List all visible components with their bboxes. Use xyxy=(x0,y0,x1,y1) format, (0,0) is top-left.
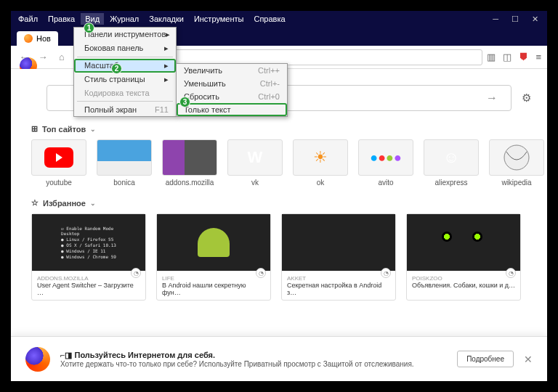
menuitem-zoom-in[interactable]: УвеличитьCtrl++ xyxy=(177,64,287,77)
menu-bookmarks[interactable]: Закладки xyxy=(145,13,188,25)
zoom-submenu: УвеличитьCtrl++ УменьшитьCtrl+- Сбросить… xyxy=(176,63,288,117)
menuitem-sidebar[interactable]: Боковая панель▸ xyxy=(74,41,176,55)
learn-more-button[interactable]: Подробнее xyxy=(457,351,514,367)
forward-button[interactable]: → xyxy=(36,52,50,62)
clock-icon: ◔ xyxy=(256,268,266,278)
menu-icon[interactable]: ≡ xyxy=(535,52,541,62)
clock-icon: ◔ xyxy=(506,268,516,278)
maximize-button[interactable]: ☐ xyxy=(512,15,519,24)
menu-history[interactable]: Журнал xyxy=(105,13,143,25)
browser-tab[interactable]: Нов xyxy=(17,31,58,46)
top-sites-grid: youtube bonica addons.mozilla Wvk ☀ok ●●… xyxy=(31,139,527,187)
settings-gear-icon[interactable]: ⚙ xyxy=(522,91,531,105)
clock-icon: ◔ xyxy=(381,268,391,278)
menuitem-zoom-reset[interactable]: СброситьCtrl+0 xyxy=(177,90,287,103)
tile-avito[interactable]: ●●●●avito xyxy=(358,139,413,187)
tab-title: Нов xyxy=(36,34,51,43)
menuitem-text-only[interactable]: Только текст xyxy=(177,103,287,116)
minimize-button[interactable]: ─ xyxy=(493,15,498,24)
firefox-favicon-icon xyxy=(24,34,33,43)
promo-heading: Пользуйтесь Интернетом для себя. xyxy=(75,351,216,359)
menu-file[interactable]: Файл xyxy=(14,13,42,25)
grid-icon: ⊞ xyxy=(31,124,38,134)
clock-icon: ◔ xyxy=(131,268,141,278)
menuitem-encoding: Кодировка текста xyxy=(74,86,176,99)
view-menu-dropdown: Панели инструментов▸ Боковая панель▸ Мас… xyxy=(73,27,177,117)
menuitem-zoom[interactable]: Масштаб▸ xyxy=(74,59,176,73)
annotation-badge-1: 1 xyxy=(84,23,94,33)
chevron-down-icon: ⌄ xyxy=(90,126,96,133)
svg-point-0 xyxy=(504,145,529,170)
annotation-badge-3: 3 xyxy=(179,97,190,107)
card-life[interactable]: ◔ LIFEВ Android нашли секретную фун… xyxy=(156,213,271,301)
home-button[interactable]: ⌂ xyxy=(54,52,69,62)
star-icon: ☆ xyxy=(31,198,39,208)
tile-vk[interactable]: Wvk xyxy=(227,139,283,187)
tile-bonica[interactable]: bonica xyxy=(97,139,152,187)
dismiss-promo-button[interactable]: ✕ xyxy=(524,354,533,365)
tile-addons[interactable]: addons.mozilla xyxy=(162,139,217,187)
chevron-down-icon: ⌄ xyxy=(90,200,96,207)
menuitem-zoom-out[interactable]: УменьшитьCtrl+- xyxy=(177,77,287,90)
favorites-label: Избранное xyxy=(43,199,86,208)
menuitem-page-style[interactable]: Стиль страницы▸ xyxy=(74,73,176,86)
menu-tools[interactable]: Инструменты xyxy=(190,13,248,25)
annotation-badge-2: 2 xyxy=(111,63,122,74)
card-akket[interactable]: ◔ AKKETСекретная настройка в Android з… xyxy=(281,213,396,301)
top-sites-header[interactable]: ⊞ Топ сайтов ⌄ xyxy=(31,124,527,134)
mask-icon: ⌐◨ xyxy=(60,351,72,359)
sidebar-icon[interactable]: ◫ xyxy=(503,52,512,62)
top-sites-label: Топ сайтов xyxy=(42,125,86,134)
menuitem-fullscreen[interactable]: Полный экранF11 xyxy=(74,103,176,116)
close-button[interactable]: ✕ xyxy=(532,15,538,24)
tile-aliexpress[interactable]: ☺aliexpress xyxy=(424,139,479,187)
tile-wikipedia[interactable]: wikipedia xyxy=(489,139,544,187)
menu-bar: Файл Правка Вид Журнал Закладки Инструме… xyxy=(11,13,493,25)
menu-view[interactable]: Вид xyxy=(81,13,104,25)
library-icon[interactable]: ▥ xyxy=(487,52,496,62)
tile-youtube[interactable]: youtube xyxy=(31,139,86,187)
menu-edit[interactable]: Правка xyxy=(44,13,79,25)
search-go-icon[interactable]: → xyxy=(486,91,498,105)
card-addons[interactable]: ☑ Enable Random ModeDesktop● Linux / Fir… xyxy=(31,213,146,301)
menu-help[interactable]: Справка xyxy=(249,13,289,25)
card-poiskzoo[interactable]: ◔ POISKZOOОбъявления. Собаки, кошки и д… xyxy=(406,213,521,301)
firefox-logo-icon xyxy=(25,347,50,372)
tile-ok[interactable]: ☀ok xyxy=(293,139,348,187)
favorites-header[interactable]: ☆ Избранное ⌄ xyxy=(31,198,527,208)
promo-footer: ⌐◨ Пользуйтесь Интернетом для себя. Хоти… xyxy=(11,336,547,381)
shield-icon[interactable]: ⛊ xyxy=(519,52,528,62)
promo-body: Хотите держать что-то только при себе? И… xyxy=(60,360,414,368)
favorites-grid: ☑ Enable Random ModeDesktop● Linux / Fir… xyxy=(31,213,527,301)
